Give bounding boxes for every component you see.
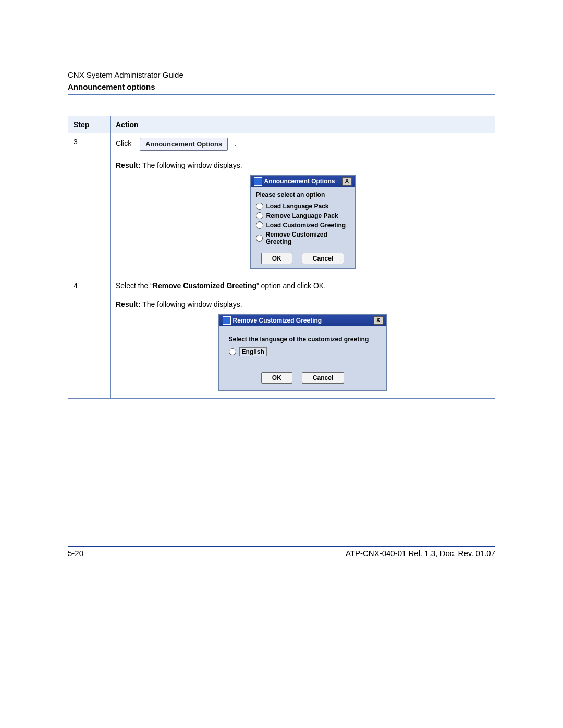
- announcement-options-dialog: Announcement Options X Please select an …: [250, 175, 356, 269]
- dialog-title: Announcement Options: [264, 178, 335, 185]
- radio-icon[interactable]: [256, 212, 263, 219]
- click-word: Click: [116, 139, 131, 147]
- remove-greeting-dialog: Remove Customized Greeting X Select the …: [218, 314, 387, 391]
- result-label: Result:: [116, 300, 140, 309]
- table-row: 3 Click Announcement Options . Result: T…: [68, 133, 495, 277]
- radio-icon[interactable]: [256, 221, 263, 229]
- bold-option: Remove Customized Greeting: [153, 281, 256, 290]
- radio-icon[interactable]: [256, 203, 263, 210]
- doc-id: ATP-CNX-040-01 Rel. 1.3, Doc. Rev. 01.07: [346, 549, 495, 558]
- close-icon[interactable]: X: [374, 316, 383, 325]
- app-icon: [223, 316, 231, 325]
- col-step: Step: [68, 116, 111, 133]
- radio-label[interactable]: Load Language Pack: [266, 203, 329, 210]
- ok-button[interactable]: OK: [261, 372, 292, 384]
- close-icon[interactable]: X: [342, 177, 352, 186]
- dialog-prompt: Select the language of the customized gr…: [229, 336, 377, 343]
- step-number: 3: [68, 133, 111, 277]
- section-title: Announcement options: [68, 82, 495, 91]
- radio-label[interactable]: Remove Language Pack: [266, 212, 338, 219]
- radio-label[interactable]: Load Customized Greeting: [266, 221, 346, 229]
- steps-table: Step Action 3 Click Announcement Options…: [68, 116, 495, 399]
- announcement-options-button[interactable]: Announcement Options: [140, 138, 228, 151]
- dialog-prompt: Please select an option: [256, 191, 350, 199]
- radio-icon[interactable]: [229, 348, 236, 355]
- page-number: 5-20: [68, 549, 83, 558]
- ok-button[interactable]: OK: [261, 253, 292, 264]
- dialog-title: Remove Customized Greeting: [233, 317, 322, 324]
- result-label: Result:: [116, 161, 140, 169]
- table-row: 4 Select the “Remove Customized Greeting…: [68, 277, 495, 399]
- radio-icon[interactable]: [256, 235, 263, 242]
- page-footer: 5-20 ATP-CNX-040-01 Rel. 1.3, Doc. Rev. …: [68, 542, 495, 558]
- cancel-button[interactable]: Cancel: [302, 372, 344, 384]
- result-text: The following window displays.: [140, 300, 242, 309]
- dialog-titlebar[interactable]: Announcement Options X: [251, 176, 355, 187]
- text: Select the “: [116, 281, 153, 290]
- text: ” option and click OK.: [256, 281, 326, 290]
- title-rule: [68, 94, 495, 95]
- result-text: The following window displays.: [140, 161, 242, 169]
- doc-title: CNX System Administrator Guide: [68, 70, 495, 79]
- radio-label[interactable]: English: [239, 347, 267, 356]
- col-action: Action: [111, 116, 495, 133]
- app-icon: [254, 177, 262, 186]
- step-number: 4: [68, 277, 111, 399]
- cancel-button[interactable]: Cancel: [302, 253, 344, 264]
- footer-rule: [68, 546, 495, 547]
- radio-label[interactable]: Remove Customized Greeting: [266, 231, 350, 245]
- dialog-titlebar[interactable]: Remove Customized Greeting X: [219, 315, 386, 326]
- dot: .: [234, 139, 236, 147]
